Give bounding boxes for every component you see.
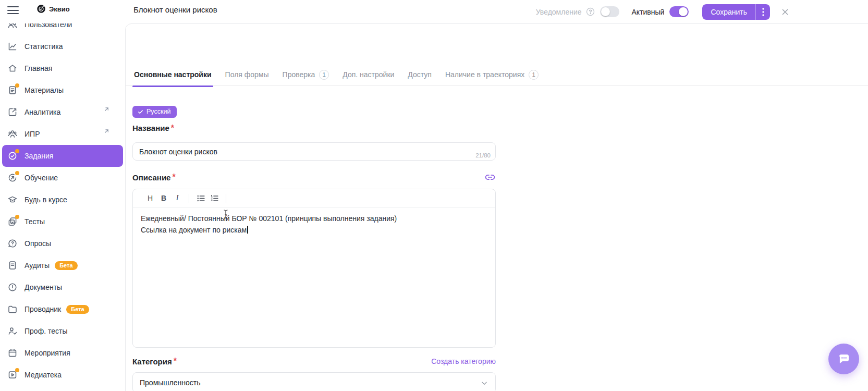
sidebar-item-label: Статистика: [25, 42, 63, 51]
notification-dot: [15, 83, 19, 88]
bold-button[interactable]: B: [157, 192, 170, 204]
tab-label: Поля формы: [225, 70, 269, 79]
sidebar-item-proftests[interactable]: Проф. тесты: [2, 320, 123, 342]
description-editor[interactable]: H B I Ежедневный/ Постоянный БОР № 00210…: [132, 189, 496, 348]
notification-dot: [15, 215, 19, 219]
sidebar-nav: ПользователиСтатистикаГлавнаяМатериалыАн…: [0, 14, 125, 386]
notification-toggle[interactable]: [600, 6, 619, 17]
sidebar-item-ipr[interactable]: ИПР: [2, 123, 123, 145]
active-toggle[interactable]: [669, 6, 689, 17]
sidebar-item-label: Будь в курсе: [25, 196, 67, 204]
sidebar-item-label: Опросы: [25, 239, 51, 248]
surveys-icon: [7, 238, 18, 249]
text-caret: [247, 226, 248, 234]
documents-icon: [7, 282, 18, 292]
required-marker: *: [171, 124, 174, 132]
bullet-list-button[interactable]: [194, 192, 207, 204]
tests-icon: [7, 216, 18, 227]
name-input-wrap: 21/80: [132, 142, 496, 161]
sidebar-item-training[interactable]: Обучение: [2, 167, 123, 189]
tab-label: Доп. настройки: [343, 70, 394, 79]
create-category-link[interactable]: Создать категорию: [431, 357, 496, 365]
char-counter: 21/80: [475, 152, 491, 158]
description-text[interactable]: Ежедневный/ Постоянный БОР № 002101 (при…: [133, 207, 495, 241]
courses-icon: [7, 194, 18, 205]
events-icon: [7, 348, 18, 358]
tab-label: Проверка: [283, 70, 315, 79]
save-more-button[interactable]: [756, 4, 770, 20]
description-field-label: Описание*: [132, 172, 496, 183]
sidebar-item-label: Главная: [25, 64, 52, 72]
italic-button[interactable]: I: [170, 192, 184, 204]
tasks-icon: [7, 151, 18, 161]
toolbar-divider: [226, 194, 226, 203]
sidebar-item-courses[interactable]: Будь в курсе: [2, 189, 123, 211]
ipr-icon: [7, 129, 18, 139]
sidebar-item-tasks[interactable]: Задания: [2, 145, 123, 167]
check-icon: [138, 109, 143, 115]
save-button[interactable]: Сохранить: [702, 4, 755, 20]
tab-extra[interactable]: Доп. настройки: [341, 63, 396, 86]
chat-bubble-icon: [836, 351, 852, 367]
tab-main[interactable]: Основные настройки: [132, 63, 213, 86]
main-card: Основные настройкиПоля формыПроверка1Доп…: [125, 23, 868, 391]
close-button[interactable]: [779, 6, 791, 18]
sidebar-item-explorer[interactable]: ПроводникБета: [2, 298, 123, 320]
sidebar-item-materials[interactable]: Материалы: [2, 79, 123, 101]
name-input[interactable]: [132, 142, 496, 161]
tab-trajectories[interactable]: Наличие в траекториях1: [444, 63, 540, 86]
sidebar-item-home[interactable]: Главная: [2, 57, 123, 79]
tabs: Основные настройкиПоля формыПроверка1Доп…: [132, 63, 868, 86]
page-title: Блокнот оценки рисков: [133, 5, 217, 14]
help-icon[interactable]: [586, 7, 595, 16]
tab-form-fields[interactable]: Поля формы: [224, 63, 271, 86]
hamburger-menu-icon[interactable]: [7, 6, 19, 15]
tab-label: Основные настройки: [134, 70, 212, 79]
sidebar-item-label: Мероприятия: [25, 349, 70, 357]
language-chip-label: Русский: [146, 108, 170, 115]
training-icon: [7, 173, 18, 183]
external-link-arrow-icon: [104, 128, 109, 134]
link-icon: [484, 172, 496, 183]
sidebar-item-analytics[interactable]: Аналитика: [2, 101, 123, 123]
tab-count-badge: 1: [319, 70, 329, 80]
sidebar-item-label: ИПР: [25, 130, 40, 138]
brand-name: Эквио: [49, 5, 70, 13]
top-bar: Эквио Блокнот оценки рисков Уведомление …: [0, 0, 868, 23]
sidebar-item-surveys[interactable]: Опросы: [2, 233, 123, 254]
language-chip-russian[interactable]: Русский: [132, 106, 177, 118]
tab-count-badge: 1: [529, 70, 539, 80]
required-marker: *: [174, 357, 177, 366]
explorer-icon: [7, 304, 18, 314]
analytics-icon: [7, 107, 18, 117]
beta-badge: Бета: [55, 261, 77, 270]
category-field-label: Категория* Создать категорию: [132, 357, 496, 366]
ordered-list-button[interactable]: [207, 192, 221, 204]
sidebar-item-label: Медиатека: [25, 371, 62, 379]
stats-icon: [7, 41, 18, 52]
sidebar-item-tests[interactable]: Тесты: [2, 211, 123, 233]
sidebar-item-documents[interactable]: Документы: [2, 276, 123, 298]
media-icon: [7, 370, 18, 380]
sidebar-item-label: Проводник: [25, 305, 61, 313]
chat-fab-button[interactable]: [828, 344, 859, 374]
notification-toggle-label: Уведомление: [536, 8, 582, 16]
brand-logo[interactable]: Эквио: [36, 4, 70, 14]
sidebar-item-label: Документы: [25, 283, 62, 291]
tab-label: Наличие в траекториях: [445, 70, 524, 79]
tab-check[interactable]: Проверка1: [281, 63, 331, 86]
proftests-icon: [7, 326, 18, 336]
notification-dot: [15, 171, 19, 175]
insert-link-button[interactable]: [484, 172, 496, 183]
description-line: Ссылка на документ по рискам: [141, 224, 487, 236]
sidebar-item-events[interactable]: Мероприятия: [2, 342, 123, 364]
category-select[interactable]: Промышленность: [132, 372, 496, 391]
sidebar-item-audits[interactable]: АудитыБета: [2, 254, 123, 276]
heading-button[interactable]: H: [143, 192, 157, 204]
tab-access[interactable]: Доступ: [406, 63, 433, 86]
name-field-label: Название*: [132, 124, 174, 133]
sidebar-item-stats[interactable]: Статистика: [2, 35, 123, 57]
beta-badge: Бета: [66, 305, 89, 314]
sidebar-item-media[interactable]: Медиатека: [2, 364, 123, 386]
required-marker: *: [172, 173, 175, 182]
